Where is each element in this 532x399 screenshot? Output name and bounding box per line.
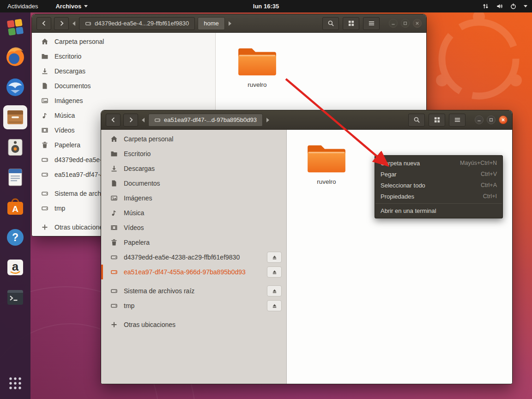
sidebar-item-downloads[interactable]: Descargas bbox=[101, 161, 286, 176]
dock-terminal-icon[interactable] bbox=[3, 285, 27, 309]
maximize-button[interactable] bbox=[487, 115, 496, 124]
folder-icon bbox=[41, 53, 48, 60]
sidebar-item-drive-ea51ea97[interactable]: ea51ea97-df47-455a-966d-97ba895b0d93 bbox=[101, 265, 286, 279]
close-button[interactable] bbox=[413, 19, 422, 28]
forward-button[interactable] bbox=[123, 114, 138, 127]
plus-icon bbox=[110, 321, 118, 328]
sidebar-item-music[interactable]: Música bbox=[101, 206, 286, 220]
dock-rhythmbox-icon[interactable] bbox=[3, 135, 27, 159]
sidebar-item-documents[interactable]: Documentos bbox=[32, 79, 215, 93]
image-icon bbox=[110, 194, 118, 202]
eject-button[interactable] bbox=[267, 266, 282, 278]
minimize-button[interactable] bbox=[389, 19, 398, 28]
window-menu-button[interactable] bbox=[449, 114, 466, 127]
front-window-sidebar: Carpeta personal Escritorio Descargas Do… bbox=[101, 130, 287, 384]
menu-item-open-terminal[interactable]: Abrir en una terminal bbox=[375, 205, 502, 216]
sidebar-item-downloads[interactable]: Descargas bbox=[32, 64, 215, 79]
close-icon bbox=[501, 118, 505, 122]
sidebar-item-pictures[interactable]: Imágenes bbox=[101, 191, 286, 206]
sidebar-item-videos[interactable]: Vídeos bbox=[101, 220, 286, 235]
path-segment-drive[interactable]: d4379edd-ea5e-4...29-ffbf61ef9830 bbox=[79, 17, 195, 30]
dock-ubuntu-software-icon[interactable]: A bbox=[3, 195, 27, 219]
window-menu-button[interactable] bbox=[363, 17, 380, 30]
dock-firefox-icon[interactable] bbox=[3, 45, 27, 69]
dock-writer-icon[interactable] bbox=[3, 165, 27, 189]
eject-button[interactable] bbox=[267, 285, 282, 296]
menu-item-new-folder[interactable]: Carpeta nuevaMayús+Ctrl+N bbox=[375, 157, 502, 169]
dock-files-icon[interactable] bbox=[3, 105, 27, 129]
back-window-titlebar[interactable]: d4379edd-ea5e-4...29-ffbf61ef9830 home bbox=[32, 14, 426, 33]
video-icon bbox=[110, 224, 118, 231]
trash-icon bbox=[110, 239, 118, 246]
drive-icon bbox=[41, 205, 48, 212]
activities-button[interactable]: Actividades bbox=[5, 3, 41, 10]
path-segment-home[interactable]: home bbox=[198, 17, 225, 30]
path-segment-label: d4379edd-ea5e-4...29-ffbf61ef9830 bbox=[95, 20, 189, 27]
search-button[interactable] bbox=[322, 17, 339, 30]
front-window-titlebar[interactable]: ea51ea97-df47-...d-97ba895b0d93 bbox=[101, 110, 512, 130]
eject-icon bbox=[272, 269, 278, 275]
dock-amazon-icon[interactable]: a bbox=[3, 255, 27, 279]
chevron-left-icon bbox=[110, 116, 117, 123]
folder-label: ruvelro bbox=[248, 81, 266, 88]
document-icon bbox=[110, 180, 118, 187]
minimize-button[interactable] bbox=[475, 115, 484, 124]
sidebar-item-root-filesystem[interactable]: Sistema de archivos raíz bbox=[101, 284, 286, 298]
app-menu[interactable]: Archivos bbox=[55, 3, 88, 10]
chevron-right-icon bbox=[127, 116, 134, 123]
maximize-button[interactable] bbox=[401, 19, 410, 28]
sidebar-item-documents[interactable]: Documentos bbox=[101, 176, 286, 191]
show-applications-icon[interactable] bbox=[3, 371, 27, 395]
app-menu-label: Archivos bbox=[55, 3, 81, 10]
eject-icon bbox=[272, 303, 278, 309]
close-button[interactable] bbox=[499, 115, 508, 124]
search-button[interactable] bbox=[408, 114, 425, 127]
eject-button[interactable] bbox=[267, 300, 282, 311]
sidebar-item-other-locations[interactable]: Otras ubicaciones bbox=[101, 317, 286, 332]
sidebar-item-desktop[interactable]: Escritorio bbox=[32, 49, 215, 64]
sidebar-item-desktop[interactable]: Escritorio bbox=[101, 146, 286, 161]
drive-icon bbox=[110, 268, 118, 276]
sidebar-item-pictures[interactable]: Imágenes bbox=[32, 93, 215, 108]
forward-button[interactable] bbox=[54, 17, 69, 30]
view-toggle-button[interactable] bbox=[343, 17, 359, 30]
minimize-icon bbox=[391, 21, 395, 25]
sidebar-item-home[interactable]: Carpeta personal bbox=[101, 132, 286, 146]
menu-item-paste[interactable]: PegarCtrl+V bbox=[375, 169, 502, 180]
maximize-icon bbox=[403, 21, 407, 25]
folder-ruvelro[interactable]: ruvelro bbox=[231, 45, 284, 88]
back-button[interactable] bbox=[106, 114, 121, 127]
view-toggle-button[interactable] bbox=[429, 114, 445, 127]
image-icon bbox=[41, 97, 48, 104]
pathbar-scroll-right-icon[interactable] bbox=[229, 21, 231, 26]
sidebar-item-drive-d4379edd[interactable]: d4379edd-ea5e-4238-ac29-ffbf61ef9830 bbox=[101, 250, 286, 265]
dock-thunderbird-icon[interactable] bbox=[3, 75, 27, 99]
dock-multicolor-app-icon[interactable] bbox=[3, 15, 27, 39]
system-status-area[interactable] bbox=[482, 3, 527, 10]
svg-text:?: ? bbox=[12, 231, 18, 243]
pathbar-scroll-right-icon[interactable] bbox=[266, 118, 269, 122]
chevron-down-icon bbox=[524, 5, 527, 7]
clock[interactable]: lun 16:35 bbox=[253, 3, 279, 10]
sidebar-item-trash[interactable]: Papelera bbox=[101, 235, 286, 250]
folder-ruvelro[interactable]: ruvelro bbox=[300, 142, 353, 185]
files-window-front: ea51ea97-df47-...d-97ba895b0d93 Carpeta … bbox=[101, 110, 513, 384]
drive-icon bbox=[154, 117, 161, 123]
folder-icon bbox=[305, 142, 348, 176]
dock-help-icon[interactable]: ? bbox=[3, 225, 27, 249]
pathbar-scroll-left-icon[interactable] bbox=[73, 21, 75, 26]
sidebar-item-home[interactable]: Carpeta personal bbox=[32, 34, 215, 49]
sidebar-item-tmp[interactable]: tmp bbox=[101, 298, 286, 313]
document-icon bbox=[41, 82, 48, 90]
pathbar-scroll-left-icon[interactable] bbox=[142, 118, 145, 122]
shortcut-label: Ctrl+V bbox=[468, 171, 497, 177]
hamburger-icon bbox=[454, 116, 461, 123]
plus-icon bbox=[41, 224, 48, 231]
path-segment-drive[interactable]: ea51ea97-df47-...d-97ba895b0d93 bbox=[148, 114, 263, 127]
back-button[interactable] bbox=[36, 17, 51, 30]
grid-view-icon bbox=[434, 116, 441, 123]
menu-item-properties[interactable]: PropiedadesCtrl+I bbox=[375, 191, 502, 202]
drive-icon bbox=[110, 302, 118, 309]
menu-item-select-all[interactable]: Seleccionar todoCtrl+A bbox=[375, 180, 502, 191]
eject-button[interactable] bbox=[267, 252, 282, 263]
